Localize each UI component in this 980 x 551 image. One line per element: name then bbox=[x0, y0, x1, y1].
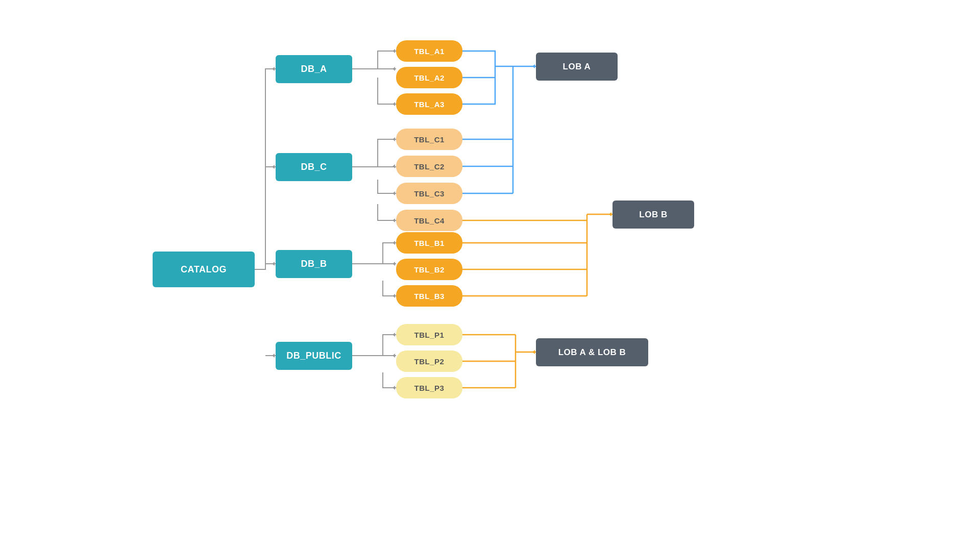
tbl-c1-node: TBL_C1 bbox=[396, 129, 462, 150]
svg-marker-3 bbox=[272, 354, 275, 358]
db-a-node: DB_A bbox=[276, 55, 352, 83]
tbl-a3-node: TBL_A3 bbox=[396, 93, 462, 115]
tbl-b2-node: TBL_B2 bbox=[396, 259, 462, 280]
tbl-a1-node: TBL_A1 bbox=[396, 40, 462, 62]
lob-b-node: LOB B bbox=[612, 201, 694, 229]
svg-marker-10 bbox=[393, 218, 395, 222]
tbl-p1-node: TBL_P1 bbox=[396, 324, 462, 345]
svg-marker-6 bbox=[393, 102, 395, 106]
svg-marker-4 bbox=[393, 49, 395, 53]
tbl-b3-node: TBL_B3 bbox=[396, 285, 462, 307]
svg-marker-12 bbox=[393, 262, 395, 266]
svg-marker-11 bbox=[393, 241, 395, 245]
svg-marker-13 bbox=[393, 294, 395, 298]
tbl-a2-node: TBL_A2 bbox=[396, 67, 462, 88]
svg-marker-5 bbox=[393, 67, 395, 71]
db-c-node: DB_C bbox=[276, 153, 352, 181]
db-b-node: DB_B bbox=[276, 250, 352, 278]
svg-marker-17 bbox=[532, 64, 535, 68]
tbl-b1-node: TBL_B1 bbox=[396, 232, 462, 254]
svg-marker-18 bbox=[609, 212, 611, 216]
svg-marker-15 bbox=[393, 354, 395, 358]
tbl-c3-node: TBL_C3 bbox=[396, 183, 462, 204]
tbl-c4-node: TBL_C4 bbox=[396, 210, 462, 231]
tbl-p2-node: TBL_P2 bbox=[396, 350, 462, 372]
svg-marker-2 bbox=[272, 262, 275, 266]
svg-marker-16 bbox=[393, 386, 395, 390]
svg-marker-7 bbox=[393, 137, 395, 141]
svg-marker-8 bbox=[393, 164, 395, 168]
catalog-node: CATALOG bbox=[153, 252, 255, 287]
svg-marker-0 bbox=[272, 67, 275, 71]
svg-marker-1 bbox=[272, 165, 275, 169]
svg-marker-14 bbox=[393, 333, 395, 337]
connections-svg bbox=[0, 0, 980, 551]
lob-a-node: LOB A bbox=[536, 53, 618, 81]
tbl-p3-node: TBL_P3 bbox=[396, 377, 462, 398]
db-public-node: DB_PUBLIC bbox=[276, 342, 352, 370]
lob-ab-node: LOB A & LOB B bbox=[536, 338, 648, 366]
tbl-c2-node: TBL_C2 bbox=[396, 156, 462, 177]
svg-marker-19 bbox=[532, 350, 535, 354]
svg-marker-9 bbox=[393, 191, 395, 195]
diagram-container: CATALOG DB_A DB_C DB_B DB_PUBLIC TBL_A1 … bbox=[0, 0, 980, 551]
